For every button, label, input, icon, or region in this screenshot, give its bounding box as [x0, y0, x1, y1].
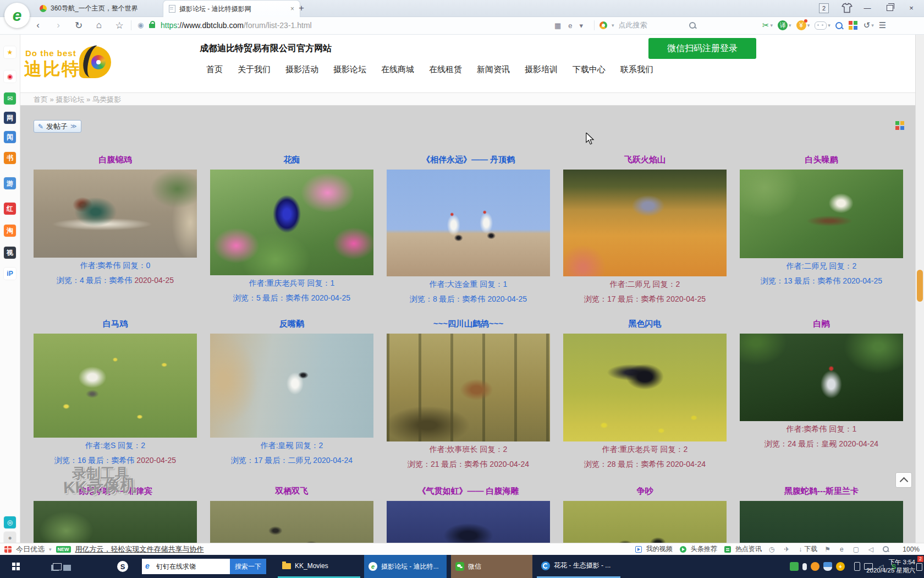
nav-item[interactable]: 摄影论坛 [333, 64, 366, 75]
search-engine-icon[interactable] [600, 21, 607, 29]
sidebar-icon[interactable]: ✉ [4, 92, 16, 105]
toolbar-extension-icon[interactable] [849, 21, 859, 30]
sidebar-icon[interactable]: 红 [4, 203, 16, 215]
gift-icon[interactable] [4, 546, 12, 553]
tab-close-icon[interactable]: × [290, 5, 294, 13]
post-title-link[interactable]: 黑色闪电 [563, 318, 727, 330]
toolbar-icon[interactable]: › [53, 20, 63, 31]
post-meta-views[interactable]: 浏览：17 最后：二师兄 2020-04-24 [210, 454, 373, 467]
sidebar-icon[interactable]: 闻 [4, 131, 16, 143]
tray-icon[interactable] [790, 562, 799, 571]
post-title-link[interactable]: 黑腹蛇鹈---斯里兰卡 [740, 486, 903, 498]
post-title-link[interactable]: 双栖双飞 [210, 486, 373, 498]
post-thumbnail[interactable] [210, 501, 373, 543]
tray-icon[interactable] [823, 562, 832, 571]
wechat-login-button[interactable]: 微信扫码注册登录 [648, 38, 756, 59]
post-meta-author[interactable]: 作者:老S 回复：2 [34, 439, 197, 452]
taskbar-search[interactable]: e 搜索一下 [142, 559, 266, 574]
statusbar-item[interactable]: 100% [900, 546, 920, 553]
post-meta-views[interactable]: 浏览：8 最后：窦希伟 2020-04-25 [387, 292, 550, 306]
post-meta-author[interactable]: 作者:炊事班长 回复：2 [387, 443, 550, 456]
statusbar-item[interactable]: ◷ [769, 546, 777, 553]
task-view-icon[interactable] [53, 563, 62, 570]
taskbar-window-button[interactable]: 摄影论坛 - 迪比特... [364, 555, 447, 578]
post-thumbnail[interactable] [740, 501, 903, 543]
nav-item[interactable]: 关于我们 [238, 64, 271, 75]
taskbar-clock[interactable]: 下午 3:54 2020/4/25 星期六 [862, 558, 915, 575]
chevron-down-icon[interactable]: ▾ [49, 547, 52, 552]
scrollbar-thumb[interactable] [917, 270, 923, 302]
post-meta-views[interactable]: 浏览：13 最后：窦希伟 2020-04-25 [740, 274, 903, 288]
sidebar-icon[interactable]: ◎ [4, 516, 16, 528]
taskbar-window-button[interactable]: 微信 [451, 555, 532, 578]
sidebar-icon[interactable]: 网 [4, 112, 16, 124]
post-meta-views[interactable]: 浏览：4 最后：窦希伟 2020-04-25 [34, 274, 197, 287]
search-placeholder[interactable]: 点此搜索 [619, 20, 678, 30]
nav-item[interactable]: 下载中心 [573, 64, 606, 75]
post-thumbnail[interactable] [740, 170, 903, 258]
statusbar-item[interactable]: e [840, 546, 846, 553]
toolbar-icon[interactable]: ‹ [33, 20, 43, 31]
breadcrumb[interactable]: 首页 » 摄影论坛 » 鸟类摄影 [34, 95, 121, 105]
post-meta-views[interactable]: 浏览：24 最后：皇觋 2020-04-24 [740, 437, 903, 451]
sidebar-icon[interactable]: iP [4, 268, 16, 280]
notification-center-icon[interactable] [916, 563, 922, 571]
post-thumbnail[interactable] [563, 501, 727, 543]
site-safety-icon[interactable]: ◉ [138, 17, 144, 34]
close-button[interactable]: × [902, 0, 921, 16]
post-thumbnail[interactable] [740, 334, 903, 421]
post-title-link[interactable]: 白马鸡 [34, 318, 197, 330]
statusbar-item[interactable]: 热点资讯 [724, 544, 762, 554]
post-meta-author[interactable]: 作者:窦希伟 回复：1 [740, 422, 903, 436]
post-meta-author[interactable]: 作者:重庆老兵哥 回复：2 [563, 443, 727, 456]
nav-item[interactable]: 在线商城 [381, 64, 414, 75]
nav-item[interactable]: 摄影培训 [525, 64, 558, 75]
toolbar-extension-icon[interactable]: ↺ ▾ [864, 20, 874, 30]
tab-count-badge[interactable]: 2 [819, 3, 829, 13]
post-title-link[interactable]: 白鹇 [740, 318, 903, 330]
corner-widget-icon[interactable] [895, 121, 899, 125]
post-meta-author[interactable]: 作者:重庆老兵哥 回复：1 [210, 276, 373, 290]
post-title-link[interactable]: 白头噪鹛 [740, 154, 903, 166]
new-post-button[interactable]: ✎ 发帖子 ≫ [34, 120, 81, 133]
toolbar-extension-icon[interactable]: ✂ ▾ [762, 20, 773, 30]
search-icon[interactable] [689, 22, 696, 29]
sidebar-icon[interactable]: 书 [4, 152, 16, 164]
site-logo-text[interactable]: 迪比特 [24, 57, 80, 81]
scrollbar[interactable] [915, 34, 924, 543]
post-meta-author[interactable]: 作者:二师兄 回复：2 [563, 277, 727, 291]
promo-title[interactable]: 今日优选 [16, 544, 45, 554]
toolbar-icon[interactable]: ⌂ [94, 20, 104, 31]
nav-item[interactable]: 首页 [206, 64, 223, 75]
taskbar-search-input[interactable] [142, 559, 230, 574]
new-tab-button[interactable]: + [295, 2, 308, 15]
post-meta-views[interactable]: 浏览：21 最后：窦希伟 2020-04-24 [387, 457, 550, 471]
address-bar-icon[interactable]: e [568, 21, 572, 30]
address-bar-icon[interactable]: ▦ [554, 21, 561, 30]
post-title-link[interactable]: 花痴 [210, 154, 373, 166]
statusbar-item[interactable] [883, 546, 893, 552]
nav-item[interactable]: 新闻资讯 [477, 64, 510, 75]
statusbar-item[interactable]: ▢ [853, 546, 861, 553]
skin-icon[interactable] [842, 3, 853, 14]
nav-item[interactable]: 联系我们 [620, 64, 653, 75]
browser-360-logo[interactable]: e [4, 3, 30, 28]
statusbar-item[interactable]: 头条推荐 [680, 544, 717, 554]
statusbar-item[interactable]: ◁ [868, 546, 876, 553]
nav-item[interactable]: 摄影活动 [285, 64, 318, 75]
post-title-link[interactable]: 反嘴鹬 [210, 318, 373, 330]
post-thumbnail[interactable] [34, 334, 197, 438]
post-title-link[interactable]: ~~~四川山鹧鸪~~~ [387, 318, 550, 330]
promo-link[interactable]: 用亿方云，轻松实现文件存储共享与协作 [75, 544, 204, 554]
tray-icon[interactable] [854, 562, 860, 571]
post-title-link[interactable]: 《相伴永远》—— 丹顶鹤 [387, 154, 550, 166]
tray-icon[interactable] [802, 563, 807, 570]
sidebar-icon[interactable]: 游 [4, 177, 16, 189]
search-box[interactable]: ▾ 点此搜索 [600, 17, 678, 34]
toolbar-extension-icon[interactable]: ☰ [879, 20, 887, 30]
address-bar-icon[interactable]: ▾ [580, 21, 584, 30]
post-thumbnail[interactable] [210, 170, 373, 275]
post-thumbnail[interactable] [387, 334, 550, 441]
post-meta-author[interactable]: 作者:皇觋 回复：2 [210, 439, 373, 452]
post-thumbnail[interactable] [563, 170, 727, 276]
